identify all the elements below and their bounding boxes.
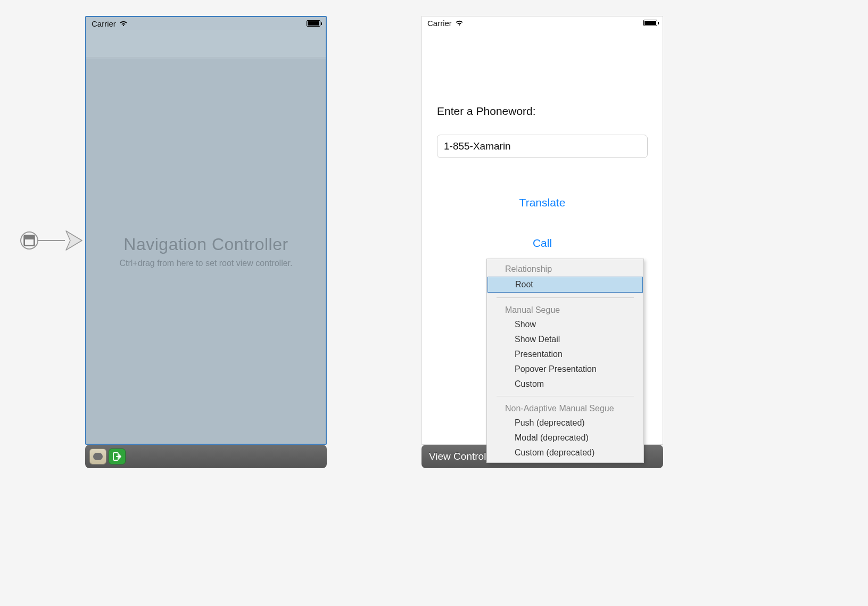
status-bar: Carrier bbox=[86, 17, 326, 30]
carrier-label: Carrier bbox=[427, 19, 452, 28]
wifi-icon bbox=[119, 20, 128, 27]
segue-selection-popup: Relationship Root Manual Segue Show Show… bbox=[486, 259, 644, 463]
segue-option-show[interactable]: Show bbox=[487, 317, 643, 332]
entry-point-icon bbox=[20, 231, 38, 250]
segue-option-presentation[interactable]: Presentation bbox=[487, 347, 643, 362]
carrier-label: Carrier bbox=[92, 19, 116, 28]
battery-icon bbox=[643, 20, 657, 26]
divider bbox=[497, 396, 634, 396]
navigation-controller-subtitle: Ctrl+drag from here to set root view con… bbox=[119, 259, 292, 268]
battery-icon bbox=[307, 20, 320, 27]
storyboard-entry-point[interactable] bbox=[20, 229, 84, 252]
segue-section-header-nonadaptive: Non-Adaptive Manual Segue bbox=[487, 401, 643, 416]
first-responder-button[interactable] bbox=[89, 449, 106, 464]
divider bbox=[497, 297, 634, 298]
navigation-controller-title: Navigation Controller bbox=[123, 235, 288, 254]
segue-option-modal-deprecated[interactable]: Modal (deprecated) bbox=[487, 430, 643, 445]
navigation-controller-body: Navigation Controller Ctrl+drag from her… bbox=[86, 59, 326, 444]
call-button[interactable]: Call bbox=[533, 237, 552, 250]
svg-rect-1 bbox=[24, 236, 35, 240]
segue-option-custom-deprecated[interactable]: Custom (deprecated) bbox=[487, 445, 643, 460]
segue-option-popover-presentation[interactable]: Popover Presentation bbox=[487, 362, 643, 377]
exit-button[interactable] bbox=[109, 449, 126, 464]
scene-dock bbox=[85, 445, 327, 468]
wifi-icon bbox=[455, 20, 464, 26]
entry-point-arrowhead bbox=[65, 230, 84, 251]
phoneword-textfield[interactable] bbox=[437, 135, 648, 158]
navigation-bar bbox=[86, 30, 326, 57]
navigation-controller-canvas[interactable]: Carrier Navigation Controller Ctrl+drag … bbox=[85, 16, 327, 445]
segue-section-header-manual: Manual Segue bbox=[487, 302, 643, 317]
segue-option-push-deprecated[interactable]: Push (deprecated) bbox=[487, 416, 643, 430]
segue-option-show-detail[interactable]: Show Detail bbox=[487, 332, 643, 347]
phoneword-label: Enter a Phoneword: bbox=[437, 105, 648, 118]
navigation-controller-scene[interactable]: Carrier Navigation Controller Ctrl+drag … bbox=[85, 16, 327, 468]
status-bar: Carrier bbox=[422, 16, 663, 29]
entry-point-shaft bbox=[38, 240, 65, 241]
translate-button[interactable]: Translate bbox=[519, 196, 566, 209]
segue-section-header-relationship: Relationship bbox=[487, 261, 643, 276]
segue-option-root[interactable]: Root bbox=[487, 277, 643, 293]
segue-option-custom[interactable]: Custom bbox=[487, 377, 643, 392]
